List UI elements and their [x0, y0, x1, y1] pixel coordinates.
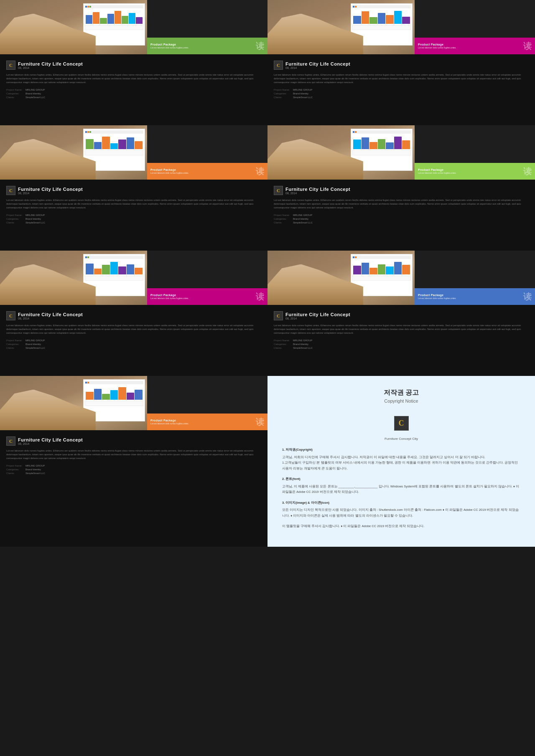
- article-date-4: 08, 2014: [285, 192, 350, 195]
- meta-label-clients-7: Clients:: [6, 472, 22, 474]
- article-date-6: 08, 2014: [285, 317, 350, 320]
- slide-icon-1: 读: [256, 41, 264, 52]
- copyright-section-text-1: 고객님, 저희의 디자인에 구매해 주셔서 감사합니다. 저작권이 이 파일에 …: [282, 454, 520, 472]
- slide-photo-5: [0, 251, 147, 305]
- article-cell-1: C Furniture City Life Concept 08, 2014 L…: [0, 54, 268, 125]
- slide-icon-5: 读: [256, 291, 264, 302]
- row-4: C Furniture City Life Concept 08, 2014 L…: [0, 180, 535, 251]
- meta-value-project-7: MRLINE GROUP: [25, 464, 261, 467]
- article-logo-1: C: [6, 61, 15, 70]
- copyright-section-title-1: 1. 저작권(Copyright): [282, 447, 520, 453]
- slide-content-6: Product Package Lot est laborum dolo rum…: [415, 251, 535, 305]
- copyright-section-1: 1. 저작권(Copyright) 고객님, 저희의 디자인에 구매해 주셔서 …: [282, 447, 520, 471]
- article-header-3: C Furniture City Life Concept 08, 2014: [6, 186, 261, 195]
- slide-content-3: Product Package Lot est laborum dolo rum…: [147, 125, 268, 180]
- article-date-7: 08, 2014: [18, 442, 83, 445]
- article-meta-1: Project Name: MRLINE GROUP Categories: B…: [6, 89, 261, 99]
- article-logo-6: C: [274, 311, 283, 320]
- meta-label-project-3: Project Name:: [6, 214, 22, 216]
- slide-title-6: Product Package: [418, 294, 532, 297]
- slide-title-4: Product Package: [418, 168, 532, 171]
- slide-subtitle-1: Lot est laborum dolo rumes fugites.untes…: [150, 46, 264, 49]
- article-title-4: Furniture City Life Concept: [285, 187, 350, 192]
- meta-value-cat-2: Brand Identity: [293, 92, 529, 95]
- meta-value-clients-5: SimpleSmart LLC: [25, 347, 261, 349]
- article-title-3: Furniture City Life Concept: [18, 187, 83, 192]
- meta-value-cat-4: Brand Identity: [293, 218, 529, 220]
- article-title-2: Furniture City Life Concept: [285, 61, 350, 66]
- slide-cell-4: Product Package Lot est laborum dolo rum…: [268, 125, 535, 180]
- meta-label-clients-5: Clients:: [6, 347, 22, 349]
- article-body-2: Lot est laborum dolo rumes fugites untes…: [274, 73, 529, 84]
- slide-photo-7: [0, 376, 147, 430]
- meta-value-clients-6: SimpleSmart LLC: [293, 347, 529, 349]
- article-body-4: Lot est laborum dolo rumes fugites untes…: [274, 198, 529, 210]
- slide-photo-3: [0, 125, 147, 180]
- article-header-5: C Furniture City Life Concept 08, 2014: [6, 311, 261, 320]
- slide-banner-6: Product Package Lot est laborum dolo rum…: [415, 288, 535, 305]
- row-3: Product Package Lot est laborum dolo rum…: [0, 125, 535, 180]
- copyright-section-3: 3. 이미지(Image) & 아이콘(Icon) 모든 이미지는 디자인 목적…: [282, 500, 520, 519]
- article-meta-7: Project Name: MRLINE GROUP Categories: B…: [6, 464, 261, 474]
- slide-content-7: Product Package Lot est laborum dolo rum…: [147, 376, 268, 430]
- slide-subtitle-2: Lot est laborum dolo rumes fugites.untes…: [418, 46, 532, 49]
- article-date-5: 08, 2014: [18, 317, 83, 320]
- slide-banner-5: Product Package Lot est laborum dolo rum…: [147, 288, 268, 305]
- meta-value-clients-1: SimpleSmart LLC: [25, 96, 261, 99]
- slide-icon-4: 读: [523, 166, 532, 177]
- slide-content-4: Product Package Lot est laborum dolo rum…: [415, 125, 535, 180]
- article-header-2: C Furniture City Life Concept 08, 2014: [274, 61, 529, 70]
- meta-value-project-3: MRLINE GROUP: [25, 214, 261, 216]
- meta-label-project-6: Project Name:: [274, 339, 290, 342]
- meta-label-project-5: Project Name:: [6, 339, 22, 342]
- slide-cell-2: Product Package Lot est laborum dolo rum…: [268, 0, 535, 54]
- meta-label-clients-3: Clients:: [6, 221, 22, 224]
- meta-label-project-2: Project Name:: [274, 89, 290, 91]
- meta-value-project-1: MRLINE GROUP: [25, 89, 261, 91]
- copyright-product-name: Furniture Concept City: [385, 437, 418, 441]
- row-1: Product Package Lot est laborum dolo rum…: [0, 0, 535, 54]
- meta-label-cat-7: Categories:: [6, 468, 22, 471]
- slide-subtitle-6: Lot est laborum dolo rumes fugites.untes…: [418, 297, 532, 299]
- article-header-7: C Furniture City Life Concept 08, 2014: [6, 436, 261, 446]
- article-title-block-2: Furniture City Life Concept 08, 2014: [285, 61, 350, 69]
- app-container: Product Package Lot est laborum dolo rum…: [0, 0, 535, 547]
- slide-cell-5: Product Package Lot est laborum dolo rum…: [0, 251, 268, 305]
- copyright-panel: 저작권 공고 Copyright Notice C Furniture Conc…: [268, 376, 535, 547]
- meta-value-cat-5: Brand Identity: [25, 343, 261, 345]
- article-logo-7: C: [6, 436, 15, 446]
- slide-subtitle-3: Lot est laborum dolo rumes fugites.untes…: [150, 172, 264, 174]
- article-cell-2: C Furniture City Life Concept 08, 2014 L…: [268, 54, 535, 125]
- article-logo-4: C: [274, 186, 283, 195]
- copyright-section-2: 2. 폰트(font) 고객님, 이 제품에 사용된 모든 폰트는 ______…: [282, 476, 520, 495]
- article-title-block-5: Furniture City Life Concept 08, 2014: [18, 312, 83, 320]
- article-header-6: C Furniture City Life Concept 08, 2014: [274, 311, 529, 320]
- meta-value-clients-2: SimpleSmart LLC: [293, 96, 529, 99]
- slide-title-5: Product Package: [150, 294, 264, 297]
- slide-photo-4: [268, 125, 415, 180]
- meta-value-clients-3: SimpleSmart LLC: [25, 221, 261, 224]
- meta-label-cat-4: Categories:: [274, 218, 290, 220]
- slide-title-1: Product Package: [150, 43, 264, 46]
- meta-value-project-2: MRLINE GROUP: [293, 89, 529, 91]
- article-title-block-6: Furniture City Life Concept 08, 2014: [285, 312, 350, 320]
- article-meta-5: Project Name: MRLINE GROUP Categories: B…: [6, 339, 261, 349]
- slide-photo-6: [268, 251, 415, 305]
- copyright-section-title-2: 2. 폰트(font): [282, 476, 520, 482]
- article-title-1: Furniture City Life Concept: [18, 61, 83, 66]
- copyright-logo: C: [394, 416, 409, 431]
- meta-value-project-5: MRLINE GROUP: [25, 339, 261, 342]
- article-body-6: Lot est laborum dolo rumes fugites untes…: [274, 324, 529, 335]
- last-row: Product Package Lot est laborum dolo rum…: [0, 376, 535, 547]
- meta-label-cat-5: Categories:: [6, 343, 22, 345]
- slide-title-3: Product Package: [150, 168, 264, 171]
- article-cell-3: C Furniture City Life Concept 08, 2014 L…: [0, 180, 268, 251]
- article-body-7: Lot est laborum dolo rumes fugites untes…: [6, 449, 261, 460]
- meta-value-cat-3: Brand Identity: [25, 218, 261, 220]
- slide-cell-3: Product Package Lot est laborum dolo rum…: [0, 125, 268, 180]
- article-logo-3: C: [6, 186, 15, 195]
- article-title-block-3: Furniture City Life Concept 08, 2014: [18, 187, 83, 195]
- copyright-title-ko: 저작권 공고: [384, 388, 419, 397]
- article-meta-6: Project Name: MRLINE GROUP Categories: B…: [274, 339, 529, 349]
- slide-banner-1: Product Package Lot est laborum dolo rum…: [147, 38, 268, 54]
